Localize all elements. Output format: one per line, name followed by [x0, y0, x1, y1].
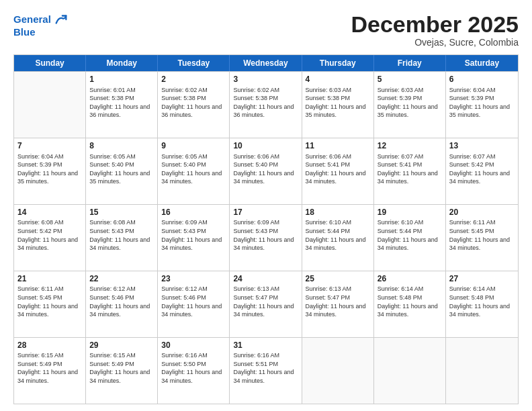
- day-cell-10: 10Sunrise: 6:06 AM Sunset: 5:40 PM Dayli…: [230, 138, 302, 204]
- day-info: Sunrise: 6:12 AM Sunset: 5:46 PM Dayligh…: [89, 285, 154, 318]
- day-info: Sunrise: 6:14 AM Sunset: 5:48 PM Dayligh…: [378, 285, 442, 318]
- day-info: Sunrise: 6:07 AM Sunset: 5:41 PM Dayligh…: [378, 152, 442, 186]
- calendar-page: General Blue December 2025 Ovejas, Sucre…: [0, 0, 532, 411]
- day-cell-9: 9Sunrise: 6:05 AM Sunset: 5:40 PM Daylig…: [158, 138, 230, 204]
- day-cell-1: 1Sunrise: 6:01 AM Sunset: 5:38 PM Daylig…: [86, 72, 158, 138]
- day-cell-5: 5Sunrise: 6:03 AM Sunset: 5:39 PM Daylig…: [374, 72, 446, 138]
- day-number: 27: [449, 273, 515, 284]
- week-row-3: 21Sunrise: 6:11 AM Sunset: 5:45 PM Dayli…: [14, 271, 518, 337]
- day-number: 19: [378, 207, 442, 218]
- day-cell-25: 25Sunrise: 6:13 AM Sunset: 5:47 PM Dayli…: [302, 271, 374, 337]
- day-header-sunday: Sunday: [14, 55, 86, 71]
- day-header-monday: Monday: [86, 55, 158, 71]
- day-number: 20: [449, 207, 515, 218]
- day-number: 2: [161, 74, 226, 85]
- day-cell-21: 21Sunrise: 6:11 AM Sunset: 5:45 PM Dayli…: [14, 271, 86, 337]
- day-header-wednesday: Wednesday: [230, 55, 302, 71]
- day-number: 3: [233, 74, 298, 85]
- day-info: Sunrise: 6:09 AM Sunset: 5:43 PM Dayligh…: [233, 218, 298, 252]
- day-number: 31: [233, 340, 298, 351]
- day-info: Sunrise: 6:15 AM Sunset: 5:49 PM Dayligh…: [17, 351, 82, 385]
- day-number: 8: [89, 140, 154, 151]
- week-row-4: 28Sunrise: 6:15 AM Sunset: 5:49 PM Dayli…: [14, 337, 518, 404]
- day-cell-17: 17Sunrise: 6:09 AM Sunset: 5:43 PM Dayli…: [230, 205, 302, 271]
- day-number: 6: [449, 74, 515, 85]
- calendar-body: 1Sunrise: 6:01 AM Sunset: 5:38 PM Daylig…: [14, 71, 518, 404]
- day-number: 1: [89, 74, 154, 85]
- day-info: Sunrise: 6:10 AM Sunset: 5:44 PM Dayligh…: [378, 218, 442, 252]
- day-info: Sunrise: 6:12 AM Sunset: 5:46 PM Dayligh…: [161, 285, 226, 318]
- day-number: 25: [306, 273, 370, 284]
- day-cell-20: 20Sunrise: 6:11 AM Sunset: 5:45 PM Dayli…: [446, 205, 518, 271]
- day-number: 12: [378, 140, 442, 151]
- day-header-thursday: Thursday: [302, 55, 374, 71]
- day-cell-23: 23Sunrise: 6:12 AM Sunset: 5:46 PM Dayli…: [158, 271, 230, 337]
- day-number: 29: [89, 340, 154, 351]
- day-number: 4: [306, 74, 370, 85]
- day-number: 10: [233, 140, 298, 151]
- day-number: 24: [233, 273, 298, 284]
- day-number: 22: [89, 273, 154, 284]
- day-cell-4: 4Sunrise: 6:03 AM Sunset: 5:38 PM Daylig…: [302, 72, 374, 138]
- day-info: Sunrise: 6:10 AM Sunset: 5:44 PM Dayligh…: [306, 218, 370, 252]
- day-number: 13: [449, 140, 515, 151]
- day-info: Sunrise: 6:03 AM Sunset: 5:39 PM Dayligh…: [378, 86, 442, 120]
- day-cell-14: 14Sunrise: 6:08 AM Sunset: 5:42 PM Dayli…: [14, 205, 86, 271]
- calendar: SundayMondayTuesdayWednesdayThursdayFrid…: [13, 54, 519, 404]
- day-number: 18: [306, 207, 370, 218]
- day-number: 16: [161, 207, 226, 218]
- day-info: Sunrise: 6:03 AM Sunset: 5:38 PM Dayligh…: [306, 86, 370, 120]
- week-row-2: 14Sunrise: 6:08 AM Sunset: 5:42 PM Dayli…: [14, 204, 518, 271]
- day-info: Sunrise: 6:01 AM Sunset: 5:38 PM Dayligh…: [89, 86, 154, 120]
- day-number: 5: [378, 74, 442, 85]
- day-info: Sunrise: 6:11 AM Sunset: 5:45 PM Dayligh…: [17, 285, 82, 318]
- day-number: 15: [89, 207, 154, 218]
- day-cell-24: 24Sunrise: 6:13 AM Sunset: 5:47 PM Dayli…: [230, 271, 302, 337]
- empty-cell: [14, 72, 86, 138]
- day-number: 9: [161, 140, 226, 151]
- day-info: Sunrise: 6:16 AM Sunset: 5:51 PM Dayligh…: [233, 351, 298, 385]
- logo-text: General: [13, 14, 51, 26]
- day-info: Sunrise: 6:07 AM Sunset: 5:42 PM Dayligh…: [449, 152, 515, 186]
- day-cell-3: 3Sunrise: 6:02 AM Sunset: 5:38 PM Daylig…: [230, 72, 302, 138]
- day-cell-16: 16Sunrise: 6:09 AM Sunset: 5:43 PM Dayli…: [158, 205, 230, 271]
- day-number: 30: [161, 340, 226, 351]
- empty-cell: [374, 338, 446, 404]
- day-cell-18: 18Sunrise: 6:10 AM Sunset: 5:44 PM Dayli…: [302, 205, 374, 271]
- day-cell-6: 6Sunrise: 6:04 AM Sunset: 5:39 PM Daylig…: [446, 72, 518, 138]
- day-cell-29: 29Sunrise: 6:15 AM Sunset: 5:49 PM Dayli…: [86, 338, 158, 404]
- day-info: Sunrise: 6:15 AM Sunset: 5:49 PM Dayligh…: [89, 351, 154, 385]
- day-cell-27: 27Sunrise: 6:14 AM Sunset: 5:48 PM Dayli…: [446, 271, 518, 337]
- day-info: Sunrise: 6:08 AM Sunset: 5:42 PM Dayligh…: [17, 218, 82, 252]
- logo-blue-text: Blue: [13, 27, 69, 38]
- day-cell-13: 13Sunrise: 6:07 AM Sunset: 5:42 PM Dayli…: [446, 138, 518, 204]
- day-number: 11: [306, 140, 370, 151]
- day-cell-30: 30Sunrise: 6:16 AM Sunset: 5:50 PM Dayli…: [158, 338, 230, 404]
- day-header-tuesday: Tuesday: [158, 55, 230, 71]
- day-info: Sunrise: 6:05 AM Sunset: 5:40 PM Dayligh…: [89, 152, 154, 186]
- day-info: Sunrise: 6:14 AM Sunset: 5:48 PM Dayligh…: [449, 285, 515, 318]
- day-info: Sunrise: 6:13 AM Sunset: 5:47 PM Dayligh…: [306, 285, 370, 318]
- logo: General Blue: [13, 12, 69, 38]
- week-row-0: 1Sunrise: 6:01 AM Sunset: 5:38 PM Daylig…: [14, 71, 518, 138]
- day-number: 17: [233, 207, 298, 218]
- day-cell-12: 12Sunrise: 6:07 AM Sunset: 5:41 PM Dayli…: [374, 138, 446, 204]
- day-info: Sunrise: 6:05 AM Sunset: 5:40 PM Dayligh…: [161, 152, 226, 186]
- day-info: Sunrise: 6:11 AM Sunset: 5:45 PM Dayligh…: [449, 218, 515, 252]
- day-cell-28: 28Sunrise: 6:15 AM Sunset: 5:49 PM Dayli…: [14, 338, 86, 404]
- empty-cell: [446, 338, 518, 404]
- day-info: Sunrise: 6:06 AM Sunset: 5:40 PM Dayligh…: [233, 152, 298, 186]
- calendar-header: SundayMondayTuesdayWednesdayThursdayFrid…: [14, 55, 518, 71]
- day-number: 28: [17, 340, 82, 351]
- day-cell-8: 8Sunrise: 6:05 AM Sunset: 5:40 PM Daylig…: [86, 138, 158, 204]
- day-cell-2: 2Sunrise: 6:02 AM Sunset: 5:38 PM Daylig…: [158, 72, 230, 138]
- empty-cell: [302, 338, 374, 404]
- day-info: Sunrise: 6:08 AM Sunset: 5:43 PM Dayligh…: [89, 218, 154, 252]
- logo-icon: [54, 12, 69, 27]
- day-number: 7: [17, 140, 82, 151]
- day-cell-22: 22Sunrise: 6:12 AM Sunset: 5:46 PM Dayli…: [86, 271, 158, 337]
- day-cell-7: 7Sunrise: 6:04 AM Sunset: 5:39 PM Daylig…: [14, 138, 86, 204]
- location-subtitle: Ovejas, Sucre, Colombia: [351, 37, 519, 48]
- day-info: Sunrise: 6:09 AM Sunset: 5:43 PM Dayligh…: [161, 218, 226, 252]
- day-number: 14: [17, 207, 82, 218]
